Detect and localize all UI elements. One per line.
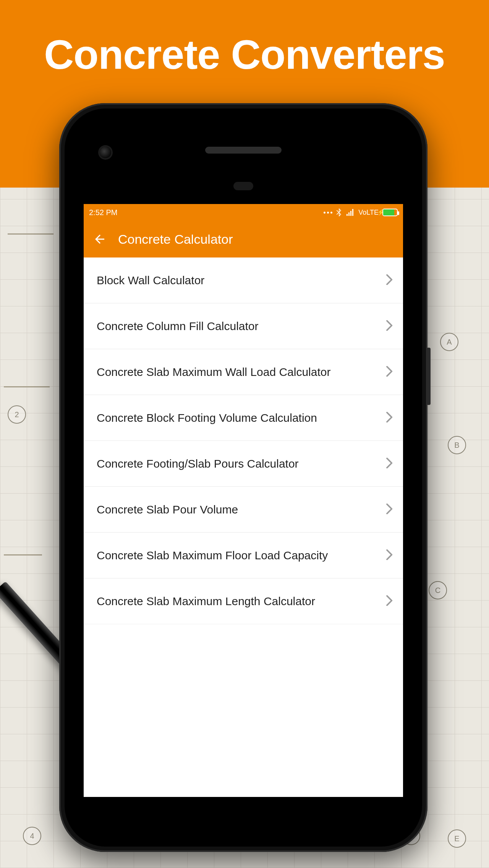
signal-icon (346, 209, 355, 216)
proximity-sensor-graphic (233, 182, 253, 190)
list-item-label: Concrete Slab Pour Volume (97, 503, 238, 516)
app-bar-title: Concrete Calculator (118, 232, 233, 247)
camera-graphic (100, 147, 111, 158)
bubble-mark: 4 (23, 827, 41, 845)
bluetooth-icon (336, 208, 342, 217)
back-button[interactable] (92, 232, 107, 247)
status-bar: 2:52 PM VoLTE ⚡ (84, 204, 403, 221)
list-item-label: Concrete Footing/Slab Pours Calculator (97, 457, 299, 470)
ruler-line (4, 386, 50, 387)
chevron-right-icon (386, 412, 393, 424)
chevron-right-icon (386, 458, 393, 470)
earpiece-graphic (205, 147, 282, 154)
chevron-right-icon (386, 274, 393, 287)
bubble-mark: A (440, 333, 458, 351)
bubble-mark: C (429, 581, 447, 599)
list-item[interactable]: Concrete Slab Pour Volume (84, 487, 403, 533)
list-item-label: Concrete Slab Maximum Wall Load Calculat… (97, 366, 330, 379)
phone-screen: 2:52 PM VoLTE ⚡ (84, 204, 403, 797)
list-item[interactable]: Concrete Slab Maximum Length Calculator (84, 578, 403, 624)
ruler-line (4, 554, 42, 555)
status-time: 2:52 PM (89, 208, 117, 217)
chevron-right-icon (386, 595, 393, 607)
status-right: VoLTE ⚡ (324, 208, 398, 217)
list-item-label: Concrete Slab Maximum Floor Load Capacit… (97, 549, 328, 562)
list-item-label: Concrete Column Fill Calculator (97, 320, 259, 333)
list-item[interactable]: Concrete Block Footing Volume Calculatio… (84, 395, 403, 441)
bubble-mark: B (448, 436, 466, 454)
promo-page: A B C E F 4 5 6 2 Concrete Converters 2:… (0, 0, 489, 868)
battery-icon (382, 209, 398, 216)
chevron-right-icon (386, 366, 393, 378)
bubble-mark: 2 (8, 405, 26, 424)
list-item[interactable]: Concrete Slab Maximum Floor Load Capacit… (84, 533, 403, 578)
app-bar: Concrete Calculator (84, 221, 403, 257)
list-item[interactable]: Block Wall Calculator (84, 257, 403, 303)
list-item[interactable]: Concrete Footing/Slab Pours Calculator (84, 441, 403, 487)
chevron-right-icon (386, 320, 393, 332)
list-item-label: Concrete Slab Maximum Length Calculator (97, 595, 315, 608)
volte-label: VoLTE (358, 209, 379, 217)
bubble-mark: E (448, 829, 466, 848)
list-item-label: Concrete Block Footing Volume Calculatio… (97, 411, 317, 424)
list-item[interactable]: Concrete Slab Maximum Wall Load Calculat… (84, 349, 403, 395)
chevron-right-icon (386, 549, 393, 562)
list-item-label: Block Wall Calculator (97, 274, 204, 287)
arrow-left-icon (93, 232, 107, 246)
banner-title: Concrete Converters (44, 31, 445, 78)
chevron-right-icon (386, 504, 393, 516)
more-dots-icon (324, 212, 332, 214)
power-button-graphic (427, 348, 431, 405)
phone-frame: 2:52 PM VoLTE ⚡ (59, 103, 427, 852)
list-item[interactable]: Concrete Column Fill Calculator (84, 303, 403, 349)
calculator-list: Block Wall Calculator Concrete Column Fi… (84, 257, 403, 624)
ruler-line (8, 233, 53, 235)
phone-inner: 2:52 PM VoLTE ⚡ (65, 108, 422, 847)
